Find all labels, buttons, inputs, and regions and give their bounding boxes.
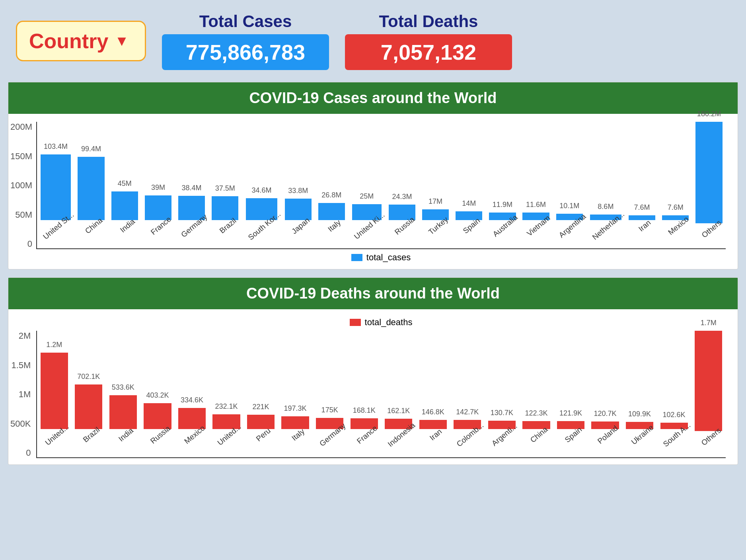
cases-chart-area: 200M 150M 100M 50M 0 103.4MUnited St...9… bbox=[8, 118, 738, 263]
cases-bar-group: 8.6MNetherlan... bbox=[586, 122, 625, 248]
cases-bar-value-label: 26.8M bbox=[321, 191, 341, 199]
deaths-bar-value-label: 175K bbox=[321, 406, 338, 414]
cases-bar-group: 37.5MBrazil bbox=[208, 122, 242, 248]
deaths-bar-value-label: 1.7M bbox=[701, 319, 717, 327]
cases-bar-value-label: 33.8M bbox=[288, 187, 308, 195]
cases-bar-group: 25MUnited Ki... bbox=[348, 122, 385, 248]
deaths-bar-value-label: 102.6K bbox=[663, 411, 686, 419]
deaths-bar-value-label: 130.7K bbox=[491, 409, 513, 417]
cases-bar-group: 180.2MOthers bbox=[692, 122, 726, 248]
cases-bar-group: 39MFrance bbox=[141, 122, 175, 248]
cases-legend-color bbox=[351, 254, 362, 261]
country-label: Country bbox=[29, 29, 108, 53]
cases-bar-group: 11.6MVietnam bbox=[519, 122, 553, 248]
deaths-bar-group: 130.7KArgenti... bbox=[485, 331, 519, 457]
cases-bar-group: 99.4MChina bbox=[74, 122, 108, 248]
deaths-bar-group: 168.1KFrance bbox=[347, 331, 382, 457]
deaths-bar-group: 334.6KMexico bbox=[175, 331, 209, 457]
deaths-bar-value-label: 122.3K bbox=[525, 409, 547, 418]
cases-bar-value-label: 34.6M bbox=[251, 186, 271, 195]
cases-bar-value-label: 17M bbox=[429, 197, 442, 206]
cases-bar-group: 38.4MGermany bbox=[175, 122, 208, 248]
cases-bar-chart: 103.4MUnited St...99.4MChina45MIndia39MF… bbox=[36, 122, 726, 249]
deaths-bar-value-label: 162.1K bbox=[387, 407, 410, 415]
cases-bar: 33.8M bbox=[285, 199, 312, 220]
deaths-bar: 1.7M bbox=[695, 331, 722, 431]
cases-bar-value-label: 45M bbox=[118, 180, 132, 188]
deaths-bar: 1.2M bbox=[41, 353, 68, 429]
cases-chart-container: COVID-19 Cases around the World 200M 150… bbox=[8, 82, 738, 269]
deaths-bar: 702.1K bbox=[75, 384, 102, 429]
cases-legend-label: total_cases bbox=[366, 252, 411, 263]
deaths-bar-value-label: 142.7K bbox=[456, 408, 479, 416]
deaths-bar-group: 403.2KRussia bbox=[140, 331, 175, 457]
deaths-bar-value-label: 168.1K bbox=[353, 406, 376, 415]
deaths-bar-group: 232.1KUnited... bbox=[209, 331, 244, 457]
deaths-bar: 197.3K bbox=[281, 416, 309, 429]
cases-bar-group: 34.6MSouth Kor... bbox=[242, 122, 281, 248]
cases-bar-value-label: 180.2M bbox=[697, 110, 721, 118]
deaths-bar-group: 122.3KChina bbox=[519, 331, 554, 457]
deaths-bar-value-label: 121.9K bbox=[559, 409, 582, 418]
deaths-chart-area: total_deaths 2M 1.5M 1M 500K 0 1.2MUnite… bbox=[8, 313, 738, 458]
deaths-bar-value-label: 221K bbox=[253, 403, 269, 411]
deaths-bar-group: 121.9KSpain bbox=[553, 331, 588, 457]
cases-bar: 45M bbox=[111, 191, 138, 220]
cases-y-axis: 200M 150M 100M 50M 0 bbox=[10, 122, 32, 249]
cases-bar-group: 11.9MAustralia bbox=[486, 122, 519, 248]
cases-bar-group: 7.6MMexico bbox=[659, 122, 692, 248]
deaths-bar-group: 1.2MUnited... bbox=[37, 331, 72, 457]
deaths-bar-value-label: 109.9K bbox=[628, 410, 651, 418]
deaths-bar-group: 533.6KIndia bbox=[106, 331, 140, 457]
cases-bar-value-label: 99.4M bbox=[81, 145, 101, 153]
cases-bar-group: 45MIndia bbox=[108, 122, 141, 248]
cases-bar: 7.6M bbox=[629, 215, 655, 220]
deaths-bar-value-label: 197.3K bbox=[284, 404, 307, 413]
deaths-bar-group: 146.8KIran bbox=[416, 331, 450, 457]
cases-bar-group: 103.4MUnited St... bbox=[37, 122, 74, 248]
cases-bar-value-label: 25M bbox=[360, 192, 374, 201]
country-dropdown[interactable]: Country ▼ bbox=[16, 21, 146, 61]
deaths-bar-value-label: 120.7K bbox=[594, 410, 616, 418]
total-deaths-label: Total Deaths bbox=[379, 12, 478, 31]
cases-bar-value-label: 7.6M bbox=[634, 203, 650, 212]
total-cases-block: Total Cases 775,866,783 bbox=[162, 12, 329, 70]
deaths-bar-value-label: 403.2K bbox=[146, 391, 169, 400]
total-deaths-value: 7,057,132 bbox=[345, 34, 512, 70]
deaths-bar-group: 221KPeru bbox=[243, 331, 278, 457]
deaths-bar-value-label: 1.2M bbox=[46, 341, 62, 349]
deaths-bar-value-label: 533.6K bbox=[112, 383, 134, 392]
deaths-bar: 533.6K bbox=[109, 395, 137, 429]
cases-bar-group: 26.8MItaly bbox=[315, 122, 348, 248]
deaths-bar-chart: 1.2MUnited...702.1KBrazil533.6KIndia403.… bbox=[36, 331, 726, 458]
cases-bar-value-label: 14M bbox=[462, 199, 476, 208]
deaths-bar-group: 142.7KColomb... bbox=[450, 331, 485, 457]
cases-bar-value-label: 11.6M bbox=[526, 201, 546, 209]
total-cases-label: Total Cases bbox=[199, 12, 292, 31]
cases-legend: total_cases bbox=[36, 252, 726, 263]
deaths-bar-group: 197.3KItaly bbox=[278, 331, 313, 457]
cases-bar-group: 17MTurkey bbox=[419, 122, 452, 248]
cases-bar-group: 33.8MJapan bbox=[281, 122, 315, 248]
cases-bar-value-label: 37.5M bbox=[215, 184, 235, 193]
cases-bar: 26.8M bbox=[318, 203, 345, 220]
deaths-bar-value-label: 334.6K bbox=[181, 396, 203, 404]
deaths-bar-group: 1.7MOthers bbox=[691, 331, 726, 457]
dropdown-arrow-icon: ▼ bbox=[115, 33, 129, 49]
deaths-legend-label: total_deaths bbox=[365, 317, 413, 328]
cases-bar-value-label: 24.3M bbox=[392, 193, 412, 201]
total-cases-value: 775,866,783 bbox=[162, 34, 329, 70]
deaths-bar-x-label: Others bbox=[700, 426, 732, 459]
deaths-bar: 146.8K bbox=[419, 420, 447, 429]
deaths-chart-title: COVID-19 Deaths around the World bbox=[8, 278, 738, 309]
deaths-bar-value-label: 146.8K bbox=[422, 408, 444, 416]
cases-bar-value-label: 39M bbox=[151, 183, 165, 192]
deaths-legend: total_deaths bbox=[36, 317, 726, 328]
deaths-bar-group: 102.6KSouth A... bbox=[657, 331, 691, 457]
deaths-bar-group: 162.1KIndonesia bbox=[381, 331, 416, 457]
cases-bar-group: 24.3MRussia bbox=[385, 122, 419, 248]
top-section: Country ▼ Total Cases 775,866,783 Total … bbox=[8, 8, 738, 74]
deaths-y-axis: 2M 1.5M 1M 500K 0 bbox=[10, 331, 31, 458]
cases-bar-value-label: 10.1M bbox=[559, 202, 579, 210]
cases-bar: 99.4M bbox=[78, 157, 104, 220]
